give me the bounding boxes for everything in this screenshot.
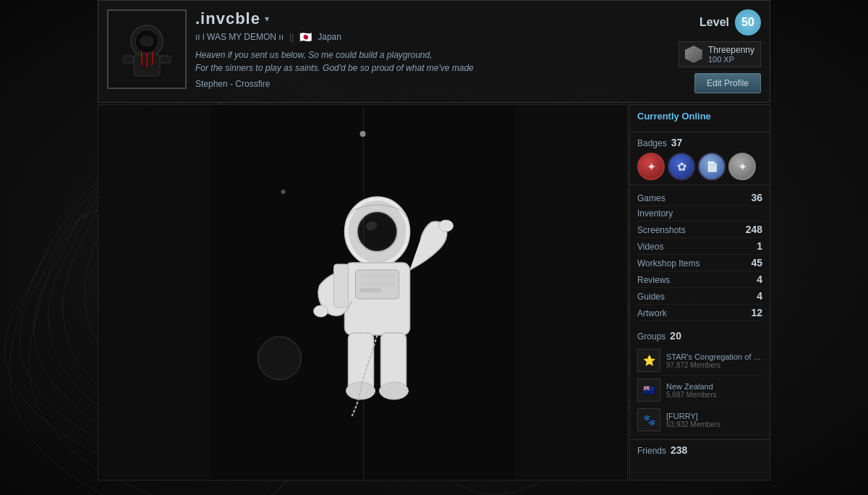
- right-sidebar: Currently Online Badges 37 ✦ ✿ 📄: [629, 104, 770, 481]
- stat-row-screenshots[interactable]: Screenshots 248: [637, 221, 762, 238]
- edit-profile-button[interactable]: Edit Profile: [694, 73, 761, 93]
- svg-point-30: [439, 220, 454, 232]
- badge-item[interactable]: ✿: [668, 153, 695, 180]
- level-badge: Level 50: [699, 9, 761, 35]
- friends-count: 238: [671, 444, 687, 456]
- friends-section: Friends 238: [630, 440, 770, 460]
- stat-value-guides: 4: [757, 290, 762, 302]
- flag-icon: 🇯🇵: [299, 31, 312, 43]
- content-area: Currently Online Badges 37 ✦ ✿ 📄: [98, 104, 770, 481]
- group-avatar-furry: 🐾: [637, 408, 660, 431]
- svg-point-15: [281, 190, 286, 194]
- badge-blue-icon: ✿: [677, 160, 686, 174]
- stat-row-artwork[interactable]: Artwork 12: [637, 305, 762, 321]
- group-members-nz: 5,687 Members: [666, 391, 762, 399]
- stat-row-guides[interactable]: Guides 4: [637, 288, 762, 305]
- stat-value-workshop: 45: [751, 257, 762, 268]
- group-name-furry: [FURRY]: [666, 412, 762, 420]
- profile-right: Level 50 Threepenny 100 XP Edit Profile: [631, 9, 761, 93]
- username-dropdown-arrow[interactable]: ▾: [265, 14, 269, 24]
- badges-section: Badges 37 ✦ ✿ 📄 ✦: [630, 132, 770, 185]
- stat-label-inventory: Inventory: [637, 208, 758, 219]
- stat-value-artwork: 12: [751, 307, 762, 318]
- profile-header: .invcble ▾ ıı i WAS MY DEMON ıı || 🇯🇵 Ja…: [98, 0, 770, 103]
- group-info-furry: [FURRY] 63,932 Members: [666, 412, 762, 428]
- stat-label-screenshots: Screenshots: [637, 225, 741, 235]
- group-members-star: 97,872 Members: [666, 361, 762, 369]
- song-credit: Stephen - Crossfire: [195, 79, 622, 89]
- badges-count: 37: [671, 137, 683, 148]
- stat-value-screenshots: 248: [746, 224, 762, 235]
- group-info-nz: New Zealand 5,687 Members: [666, 382, 762, 399]
- stat-label-games: Games: [637, 193, 746, 203]
- group-item-nz[interactable]: 🇳🇿 New Zealand 5,687 Members: [637, 376, 762, 405]
- groups-label: Groups: [637, 331, 665, 342]
- svg-rect-11: [123, 56, 134, 63]
- achievement-row: Threepenny 100 XP: [678, 41, 761, 67]
- username-text: .invcble: [195, 9, 260, 28]
- friends-label: Friends: [637, 446, 666, 456]
- achievement-shield-icon: [685, 46, 702, 63]
- stat-value-reviews: 4: [757, 274, 762, 285]
- bio-text: Heaven if you sent us below, So me could…: [195, 48, 622, 75]
- group-item-furry[interactable]: 🐾 [FURRY] 63,932 Members: [637, 405, 762, 435]
- group-name-nz: New Zealand: [666, 382, 762, 391]
- svg-point-34: [380, 382, 409, 399]
- badges-grid: ✦ ✿ 📄 ✦: [637, 153, 762, 180]
- online-section: Currently Online: [630, 105, 770, 132]
- svg-rect-12: [160, 56, 171, 63]
- badge-item[interactable]: 📄: [698, 153, 726, 180]
- svg-rect-27: [359, 281, 396, 287]
- group-members-furry: 63,932 Members: [666, 420, 762, 428]
- profile-showcase: [98, 104, 628, 481]
- group-avatar-nz: 🇳🇿: [637, 378, 660, 402]
- avatar: [107, 9, 187, 89]
- group-avatar-star: ⭐: [637, 349, 660, 372]
- badge-book-icon: 📄: [706, 161, 718, 172]
- badges-label: Badges: [637, 138, 667, 148]
- badges-header: Badges 37: [637, 137, 762, 148]
- stat-value-games: 36: [751, 192, 762, 203]
- achievement-info: Threepenny 100 XP: [708, 45, 754, 64]
- achievement-name: Threepenny: [708, 45, 754, 55]
- stat-row-workshop[interactable]: Workshop Items 45: [637, 255, 762, 271]
- achievement-xp: 100 XP: [708, 55, 754, 64]
- badge-item[interactable]: ✦: [728, 153, 756, 180]
- stat-row-inventory[interactable]: Inventory: [637, 206, 762, 221]
- location-text: Japan: [318, 32, 341, 42]
- group-name-star: STAR's Congregation of Smashing Gents: [666, 352, 762, 361]
- bio-line2: For the sinners to play as saints. God'd…: [195, 63, 474, 73]
- groups-header: Groups 20: [637, 330, 762, 342]
- stat-row-games[interactable]: Games 36: [637, 190, 762, 206]
- username-row: .invcble ▾: [195, 9, 622, 28]
- level-label: Level: [699, 16, 729, 29]
- avatar-image: [109, 11, 185, 88]
- badge-item[interactable]: ✦: [637, 153, 665, 180]
- stat-label-guides: Guides: [637, 292, 752, 302]
- svg-rect-26: [359, 274, 396, 279]
- currently-online-label: Currently Online: [637, 111, 762, 122]
- badge-silver-icon: ✦: [738, 160, 747, 174]
- bio-line1: Heaven if you sent us below, So me could…: [195, 50, 433, 60]
- groups-count: 20: [670, 330, 681, 342]
- group-info-star: STAR's Congregation of Smashing Gents 97…: [666, 352, 762, 369]
- stat-label-videos: Videos: [637, 242, 752, 252]
- svg-rect-35: [334, 264, 349, 308]
- stat-value-videos: 1: [757, 240, 762, 252]
- svg-point-17: [260, 338, 300, 378]
- group-item-star[interactable]: ⭐ STAR's Congregation of Smashing Gents …: [637, 346, 762, 376]
- level-number: 50: [735, 9, 761, 35]
- stat-label-artwork: Artwork: [637, 308, 746, 318]
- status-text: ıı i WAS MY DEMON ıı: [195, 32, 284, 42]
- profile-info: .invcble ▾ ıı i WAS MY DEMON ıı || 🇯🇵 Ja…: [195, 9, 622, 93]
- stat-row-reviews[interactable]: Reviews 4: [637, 271, 762, 288]
- separator: ||: [289, 32, 294, 42]
- svg-point-22: [360, 214, 395, 249]
- stat-row-videos[interactable]: Videos 1: [637, 238, 762, 255]
- stat-label-workshop: Workshop Items: [637, 258, 746, 268]
- status-row: ıı i WAS MY DEMON ıı || 🇯🇵 Japan: [195, 31, 622, 43]
- friends-header: Friends 238: [637, 444, 762, 456]
- svg-point-9: [140, 35, 154, 47]
- svg-point-29: [314, 305, 328, 317]
- stat-label-reviews: Reviews: [637, 275, 752, 285]
